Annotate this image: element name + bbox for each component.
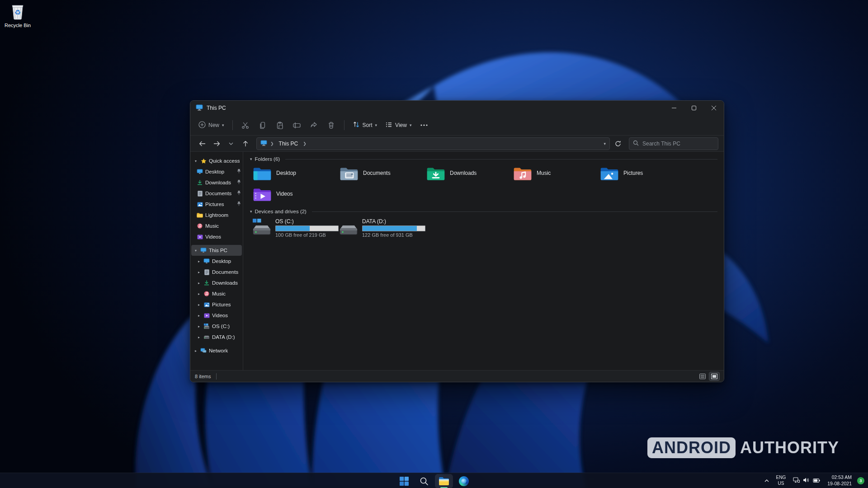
section-divider	[312, 211, 717, 212]
sidebar-item-desktop[interactable]: Desktop	[191, 166, 242, 177]
chevron-right-icon: ▸	[197, 314, 201, 318]
share-button[interactable]	[306, 118, 322, 132]
sidebar-item-label: Music	[205, 223, 219, 229]
sidebar-item-pc-pictures[interactable]: ▸ Pictures	[191, 299, 242, 310]
clock[interactable]: 02:53 AM 19-08-2021	[825, 474, 854, 488]
start-button[interactable]	[396, 474, 413, 488]
back-button[interactable]	[196, 137, 208, 150]
view-button[interactable]: View ▾	[382, 119, 415, 132]
drive-usage-fill	[363, 226, 417, 231]
drive-usage-fill	[276, 226, 310, 231]
paste-button[interactable]	[272, 118, 288, 132]
folder-tile-documents[interactable]: Documents	[337, 164, 424, 185]
recycle-bin-shortcut[interactable]: ♻ Recycle Bin	[3, 3, 33, 28]
sidebar-item-downloads[interactable]: Downloads	[191, 177, 242, 188]
folder-tile-videos[interactable]: Videos	[250, 185, 337, 206]
window-title-area: This PC	[190, 104, 226, 112]
tray-overflow-chevron[interactable]	[762, 475, 772, 487]
edge-button[interactable]	[455, 474, 472, 488]
videos-icon	[203, 312, 210, 319]
folder-tile-label: Videos	[276, 191, 292, 197]
drives-section-header[interactable]: ▾ Devices and drives (2)	[250, 209, 717, 214]
breadcrumb-this-pc[interactable]: This PC	[277, 140, 300, 148]
music-folder-icon	[513, 166, 532, 183]
sidebar-item-label: Videos	[212, 313, 228, 318]
drive-tile-os-c[interactable]: OS (C:) 100 GB free of 219 GB	[250, 217, 337, 240]
file-explorer-window: This PC New ▾ Sort ▾ View ▾	[190, 100, 724, 382]
rename-button[interactable]	[289, 118, 305, 132]
chevron-right-icon: ▸	[197, 259, 201, 263]
chevron-right-icon: ▸	[197, 281, 201, 285]
cut-button[interactable]	[237, 118, 254, 132]
notification-badge[interactable]: 3	[857, 477, 864, 484]
sidebar-item-lightroom[interactable]: Lightroom	[191, 210, 242, 221]
tray-date: 19-08-2021	[827, 481, 852, 487]
more-options-button[interactable]	[416, 118, 432, 132]
view-icon	[385, 122, 392, 129]
sidebar-item-os-c[interactable]: ▸ OS (C:)	[191, 321, 242, 332]
sidebar-item-pc-videos[interactable]: ▸ Videos	[191, 310, 242, 321]
folder-tile-label: Music	[537, 170, 551, 176]
large-thumbnails-view-button[interactable]	[709, 372, 719, 380]
address-dropdown-button[interactable]: ▾	[604, 141, 606, 146]
section-divider	[285, 159, 717, 160]
sidebar-item-documents[interactable]: Documents	[191, 188, 242, 199]
sidebar-item-pc-desktop[interactable]: ▸ Desktop	[191, 256, 242, 267]
network-icon	[200, 347, 207, 354]
new-button-label: New	[208, 122, 219, 128]
sidebar-item-network[interactable]: ▸ Network	[191, 345, 242, 356]
sidebar-item-videos[interactable]: Videos	[191, 231, 242, 242]
sidebar-item-music[interactable]: Music	[191, 221, 242, 231]
forward-button[interactable]	[210, 137, 223, 150]
chevron-right-icon: ▸	[197, 292, 201, 296]
search-input[interactable]	[642, 141, 714, 147]
sidebar-item-this-pc[interactable]: ▾ This PC	[191, 245, 242, 256]
sidebar-item-pc-downloads[interactable]: ▸ Downloads	[191, 277, 242, 288]
taskbar: ENG US 02:53 AM 19-08-2021 3	[0, 473, 868, 488]
maximize-button[interactable]	[684, 101, 704, 115]
videos-folder-icon	[253, 187, 272, 204]
new-button[interactable]: New ▾	[195, 118, 228, 132]
address-bar: ❯ This PC ❯ ▾	[190, 136, 724, 152]
refresh-button[interactable]	[612, 137, 624, 150]
minimize-button[interactable]	[664, 101, 684, 115]
search-button[interactable]	[415, 474, 433, 488]
sidebar-item-quick-access[interactable]: ▾ Quick access	[191, 155, 242, 166]
folders-grid: Desktop Documents Downloads Music Pictur…	[250, 164, 689, 206]
up-button[interactable]	[239, 137, 252, 150]
close-button[interactable]	[704, 101, 724, 115]
language-indicator[interactable]: ENG US	[774, 474, 789, 487]
android-authority-watermark: ANDROID AUTHORITY	[647, 437, 839, 458]
sidebar-item-pictures[interactable]: Pictures	[191, 199, 242, 210]
sidebar-item-label: Lightroom	[205, 212, 228, 218]
drives-grid: OS (C:) 100 GB free of 219 GB DATA (D:) …	[250, 217, 689, 240]
details-view-button[interactable]	[698, 372, 708, 380]
folder-tile-desktop[interactable]: Desktop	[250, 164, 337, 185]
delete-button[interactable]	[323, 118, 340, 132]
network-icon	[793, 477, 800, 485]
folder-tile-music[interactable]: Music	[510, 164, 597, 185]
music-icon	[203, 291, 210, 297]
toolbar-divider	[232, 120, 233, 130]
copy-button[interactable]	[255, 118, 271, 132]
sidebar-item-label: Network	[209, 348, 228, 353]
sidebar-item-data-d[interactable]: ▸ DATA (D:)	[191, 332, 242, 343]
folder-tile-downloads[interactable]: Downloads	[424, 164, 510, 185]
language-line2: US	[776, 481, 786, 487]
tray-status-icons[interactable]	[790, 475, 823, 487]
pin-icon	[237, 169, 241, 174]
title-bar[interactable]: This PC	[190, 101, 724, 115]
recent-locations-button[interactable]	[225, 137, 237, 150]
sort-button-label: Sort	[363, 122, 373, 128]
breadcrumb[interactable]: ❯ This PC ❯ ▾	[256, 137, 610, 150]
sidebar-item-pc-documents[interactable]: ▸ Documents	[191, 267, 242, 277]
folders-section-header[interactable]: ▾ Folders (6)	[250, 156, 717, 162]
chevron-down-icon: ▾	[375, 123, 377, 127]
folder-tile-pictures[interactable]: Pictures	[597, 164, 684, 185]
drive-tile-data-d[interactable]: DATA (D:) 122 GB free of 931 GB	[337, 217, 424, 240]
desktop-icon	[203, 258, 210, 264]
sort-button[interactable]: Sort ▾	[349, 118, 381, 132]
search-icon	[633, 140, 639, 148]
sidebar-item-pc-music[interactable]: ▸ Music	[191, 288, 242, 299]
file-explorer-button[interactable]	[435, 474, 453, 488]
